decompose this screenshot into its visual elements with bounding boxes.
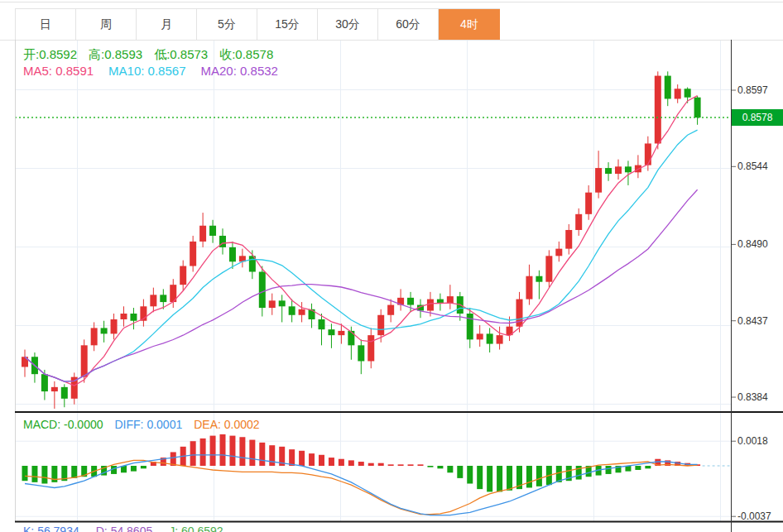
price-axis-label: 0.8597 [737, 84, 768, 96]
ma10-value: MA10: 0.8567 [108, 64, 185, 78]
kdj-header: K: 56.7934 D: 54.8605 J: 60.6592 [23, 525, 223, 532]
current-price-badge: 0.8578 [732, 109, 783, 126]
chart-canvas[interactable] [0, 0, 783, 532]
grid-layer [15, 40, 731, 521]
kline-chart-page: 日 周 月 5分 15分 30分 60分 4时 开:0.8592 高:0.859… [0, 0, 783, 532]
close-value: 收:0.8578 [219, 47, 273, 63]
d-value: D: 54.8605 [96, 525, 153, 532]
price-axis-label: 0.8437 [737, 315, 768, 327]
price-axis-label: 0.8544 [737, 161, 768, 172]
frame-layer [0, 40, 783, 532]
macd-header: MACD: -0.0000 DIFF: 0.0001 DEA: 0.0002 [23, 418, 260, 431]
ma-header: MA5: 0.8591 MA10: 0.8567 MA20: 0.8532 [23, 64, 278, 78]
ma20-value: MA20: 0.8532 [201, 64, 278, 78]
low-value: 低:0.8573 [154, 47, 208, 63]
macd-value: MACD: -0.0000 [23, 418, 103, 431]
macd-axis-label: 0.0018 [737, 435, 768, 447]
price-axis-label: 0.8384 [737, 391, 768, 403]
open-value: 开:0.8592 [23, 47, 77, 63]
candles-layer [22, 71, 701, 409]
dea-value: DEA: 0.0002 [194, 418, 259, 431]
price-axis-label: 0.8490 [737, 238, 768, 250]
macd-axis-label: -0.0037 [737, 510, 771, 522]
diff-value: DIFF: 0.0001 [115, 418, 183, 431]
j-value: J: 60.6592 [169, 525, 223, 532]
ma5-value: MA5: 0.8591 [23, 64, 94, 78]
ohlc-header: 开:0.8592 高:0.8593 低:0.8573 收:0.8578 [23, 47, 273, 63]
k-value: K: 56.7934 [23, 525, 79, 532]
high-value: 高:0.8593 [89, 47, 142, 63]
macd-layer [22, 434, 732, 515]
